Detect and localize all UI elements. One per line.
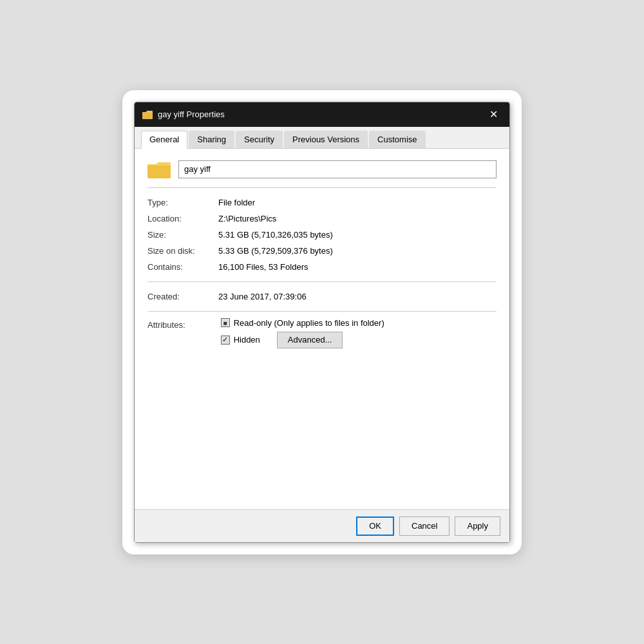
title-bar-folder-icon (142, 109, 153, 120)
value-size: 5.31 GB (5,710,326,035 bytes) (218, 227, 497, 243)
readonly-label: Read-only (Only applies to files in fold… (234, 318, 384, 328)
label-size-on-disk: Size on disk: (147, 243, 218, 259)
tab-previous-versions[interactable]: Previous Versions (284, 131, 368, 148)
attributes-section: Attributes: Read-only (Only applies to f… (147, 318, 497, 352)
label-created: Created: (147, 289, 218, 305)
table-row: Size on disk: 5.33 GB (5,729,509,376 byt… (147, 243, 497, 259)
advanced-button[interactable]: Advanced... (277, 332, 343, 348)
apply-button[interactable]: Apply (455, 516, 500, 536)
bottom-bar: OK Cancel Apply (135, 509, 509, 542)
folder-name-row (147, 159, 497, 180)
cancel-button[interactable]: Cancel (399, 516, 450, 536)
label-size: Size: (147, 227, 218, 243)
table-row: Contains: 16,100 Files, 53 Folders (147, 259, 497, 275)
divider-1 (147, 187, 497, 188)
svg-rect-0 (142, 112, 153, 119)
value-contains: 16,100 Files, 53 Folders (218, 259, 497, 275)
label-type: Type: (147, 194, 218, 211)
hidden-label: Hidden (234, 335, 260, 345)
svg-rect-1 (147, 164, 171, 178)
divider-2 (147, 281, 497, 282)
tab-general[interactable]: General (141, 131, 187, 149)
created-table: Created: 23 June 2017, 07:39:06 (147, 289, 497, 305)
table-row: Type: File folder (147, 194, 497, 211)
tab-sharing[interactable]: Sharing (189, 131, 234, 148)
label-contains: Contains: (147, 259, 218, 275)
title-bar: gay yiff Properties ✕ (135, 102, 509, 127)
value-size-on-disk: 5.33 GB (5,729,509,376 bytes) (218, 243, 497, 259)
label-location: Location: (147, 211, 218, 227)
hidden-row: Hidden Advanced... (221, 332, 384, 348)
close-button[interactable]: ✕ (486, 108, 502, 121)
content-area: Type: File folder Location: Z:\Pictures\… (135, 149, 509, 509)
value-location: Z:\Pictures\Pics (218, 211, 497, 227)
readonly-checkbox[interactable] (221, 318, 230, 327)
table-row: Created: 23 June 2017, 07:39:06 (147, 289, 497, 305)
tab-customise[interactable]: Customise (369, 131, 425, 148)
readonly-row: Read-only (Only applies to files in fold… (221, 318, 384, 328)
value-created: 23 June 2017, 07:39:06 (218, 289, 497, 305)
attributes-label: Attributes: (147, 318, 218, 330)
ok-button[interactable]: OK (356, 516, 394, 536)
info-table: Type: File folder Location: Z:\Pictures\… (147, 194, 497, 275)
window-title: gay yiff Properties (158, 109, 486, 119)
folder-name-input[interactable] (178, 160, 497, 178)
sticker-background: gay yiff Properties ✕ General Sharing Se… (122, 90, 522, 554)
value-type: File folder (218, 194, 497, 211)
table-row: Size: 5.31 GB (5,710,326,035 bytes) (147, 227, 497, 243)
divider-3 (147, 311, 497, 312)
tab-bar: General Sharing Security Previous Versio… (135, 127, 509, 149)
folder-icon (147, 159, 171, 180)
hidden-checkbox[interactable] (221, 336, 230, 345)
tab-security[interactable]: Security (236, 131, 283, 148)
attributes-controls: Read-only (Only applies to files in fold… (221, 318, 384, 352)
properties-window: gay yiff Properties ✕ General Sharing Se… (134, 102, 510, 543)
table-row: Location: Z:\Pictures\Pics (147, 211, 497, 227)
